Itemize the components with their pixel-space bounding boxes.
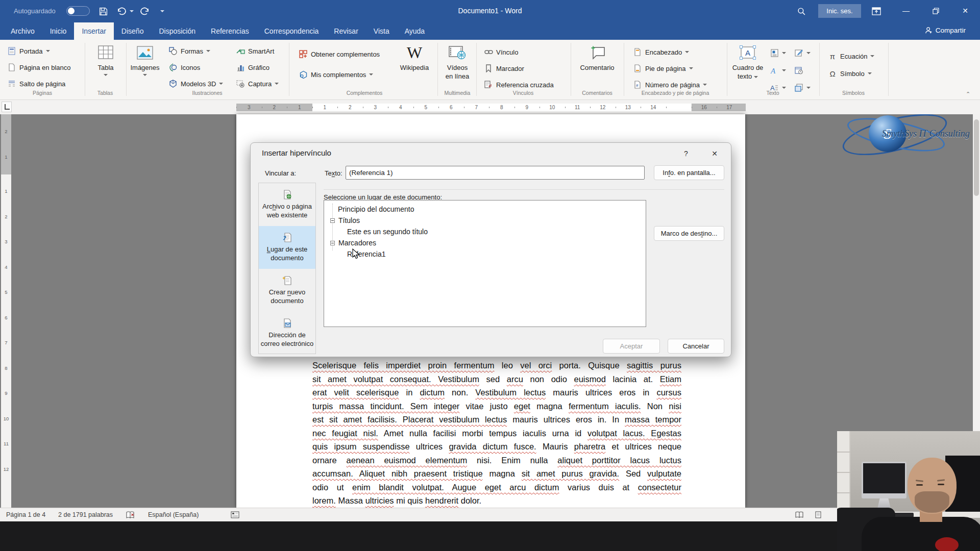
- ribbon: Portada Página en blanco Salto de página…: [0, 40, 980, 100]
- encabezado-button[interactable]: Encabezado: [633, 46, 689, 58]
- numero-de-pagina-button[interactable]: # Número de página: [633, 79, 707, 91]
- pagina-en-blanco-button[interactable]: Página en blanco: [7, 61, 70, 73]
- sidebar-item-lugar-documento[interactable]: Lugar de este documento: [259, 226, 315, 269]
- ruler-number: 10: [540, 104, 565, 111]
- objeto-button[interactable]: [794, 82, 811, 94]
- taskbar: Búsqueda ⚡ Fz N 🔒︎ N W: [0, 521, 980, 551]
- dialog-help-button[interactable]: ?: [678, 147, 694, 160]
- ruler-number: 4: [1, 264, 11, 270]
- dialog-close-button[interactable]: ✕: [707, 147, 722, 160]
- collapse-ribbon-icon[interactable]: ⌃: [966, 91, 970, 97]
- tab-disposicion[interactable]: Disposición: [151, 22, 203, 40]
- ruler-number: 1: [287, 104, 312, 111]
- vinculo-button[interactable]: Vínculo: [484, 46, 518, 58]
- misspelled-text: enim blandit volutpat. Augue eget arcu d…: [352, 483, 559, 492]
- wikipedia-button[interactable]: W Wikipedia: [394, 44, 435, 72]
- portada-button[interactable]: Portada: [7, 45, 50, 57]
- tab-archivo[interactable]: Archivo: [3, 22, 42, 40]
- marco-de-destino-button[interactable]: Marco de destino...: [654, 226, 724, 241]
- tab-insertar[interactable]: Insertar: [74, 22, 113, 40]
- grafico-button[interactable]: Gráfico: [236, 61, 270, 73]
- wordart-button[interactable]: A: [770, 64, 786, 77]
- elementos-rapidos-button[interactable]: [770, 47, 786, 59]
- tab-correspondencia[interactable]: Correspondencia: [257, 22, 327, 40]
- new-document-icon: [282, 276, 292, 286]
- horizontal-ruler[interactable]: 321 1234567891011121314 1617: [0, 100, 980, 114]
- tree-item-segundo-titulo[interactable]: Este es un segundo título: [324, 226, 428, 237]
- videos-en-linea-button[interactable]: Vídeos en línea: [440, 44, 475, 81]
- person-beard: [915, 491, 949, 513]
- sign-in-button[interactable]: Inic. ses.: [818, 4, 861, 18]
- info-en-pantalla-button[interactable]: Info. en pantalla...: [654, 165, 724, 180]
- tab-referencias[interactable]: Referencias: [203, 22, 257, 40]
- firma-button[interactable]: [794, 47, 811, 59]
- tree-item-titulos[interactable]: Títulos: [324, 215, 360, 226]
- sidebar-item-crear-nuevo[interactable]: Crear nuevo documento: [259, 269, 315, 312]
- collapse-minus-icon[interactable]: [330, 218, 335, 223]
- minimize-button[interactable]: —: [897, 3, 915, 18]
- cancelar-button[interactable]: Cancelar: [668, 339, 724, 354]
- scrollbar-thumb[interactable]: [974, 119, 979, 196]
- proofing-icon[interactable]: [126, 511, 135, 519]
- texto-input[interactable]: (Referencia 1): [346, 166, 645, 180]
- ruler-number: 8: [489, 104, 514, 111]
- search-icon[interactable]: [795, 5, 807, 17]
- ruler-top-margin: [1, 114, 11, 174]
- aceptar-button[interactable]: Aceptar: [603, 339, 660, 354]
- tab-inicio[interactable]: Inicio: [42, 22, 75, 40]
- page-count[interactable]: Página 1 de 4: [6, 511, 45, 518]
- language-indicator[interactable]: Español (España): [148, 511, 199, 518]
- print-layout-icon[interactable]: [815, 511, 822, 518]
- tab-diseno[interactable]: Diseño: [114, 22, 152, 40]
- sidebar-item-correo[interactable]: Dirección de correo electrónico: [259, 312, 315, 355]
- read-mode-icon[interactable]: [795, 511, 803, 518]
- marcador-button[interactable]: Marcador: [484, 62, 524, 74]
- ruler-number: 7: [1, 340, 11, 345]
- ruler-number: 2: [337, 104, 363, 111]
- document-places-tree[interactable]: Principio del documento Títulos Este es …: [324, 200, 646, 327]
- captura-button[interactable]: Captura: [236, 78, 279, 90]
- tab-vista[interactable]: Vista: [366, 22, 397, 40]
- smartart-button[interactable]: SmartArt: [236, 45, 274, 57]
- referencia-cruzada-button[interactable]: Referencia cruzada: [484, 79, 554, 91]
- mis-complementos-button[interactable]: Mis complementos: [299, 68, 373, 81]
- misspelled-text: vulputate: [647, 469, 681, 478]
- salto-de-pagina-button[interactable]: Salto de página: [7, 78, 65, 90]
- text: Mauris: [536, 442, 574, 451]
- cuadro-de-texto-button[interactable]: A Cuadro de texto: [731, 44, 765, 81]
- modelos-3d-button[interactable]: Modelos 3D: [168, 78, 223, 90]
- smartart-icon: [236, 46, 245, 56]
- vertical-ruler[interactable]: 21123456789101112: [1, 114, 11, 508]
- share-button[interactable]: Compartir: [925, 27, 966, 34]
- close-button[interactable]: ✕: [957, 3, 974, 18]
- text: Non: [641, 402, 669, 411]
- misspelled-text: nisi: [669, 402, 681, 411]
- tab-ayuda[interactable]: Ayuda: [397, 22, 432, 40]
- smythsys-logo: S SmythSys IT Consulting: [837, 108, 974, 162]
- fecha-y-hora-button[interactable]: [794, 64, 803, 77]
- pie-de-pagina-button[interactable]: Pie de página: [633, 62, 693, 74]
- document-paragraph[interactable]: Scelerisque felis imperdiet proin fermen…: [312, 359, 681, 508]
- keyboard-icon[interactable]: [231, 511, 239, 518]
- tabla-button[interactable]: Tabla: [91, 44, 120, 76]
- text: non odio: [523, 374, 574, 384]
- tab-revisar[interactable]: Revisar: [326, 22, 365, 40]
- misspelled-text: ultricies: [365, 496, 394, 505]
- iconos-button[interactable]: Iconos: [168, 61, 200, 73]
- ribbon-display-icon[interactable]: [870, 5, 883, 17]
- obtener-complementos-button[interactable]: Obtener complementos: [299, 48, 380, 60]
- word-count[interactable]: 2 de 1791 palabras: [58, 511, 113, 518]
- simbolo-button[interactable]: Ω Símbolo: [828, 67, 872, 80]
- ruler-number: 3: [236, 104, 262, 111]
- tab-stop-selector[interactable]: [2, 102, 12, 112]
- tree-item-principio[interactable]: Principio del documento: [324, 204, 414, 215]
- restore-button[interactable]: [927, 3, 944, 18]
- formas-button[interactable]: Formas: [168, 45, 210, 57]
- sidebar-item-archivo-existente[interactable]: Archivo o página web existente: [259, 183, 315, 226]
- comentario-button[interactable]: Comentario: [576, 44, 619, 72]
- imagenes-button[interactable]: Imágenes: [129, 44, 161, 76]
- collapse-minus-icon[interactable]: [330, 241, 335, 245]
- tree-item-marcadores[interactable]: Marcadores: [324, 237, 376, 248]
- ecuacion-button[interactable]: π Ecuación: [828, 50, 874, 62]
- vincular-a-sidebar: Archivo o página web existente Lugar de …: [258, 183, 316, 354]
